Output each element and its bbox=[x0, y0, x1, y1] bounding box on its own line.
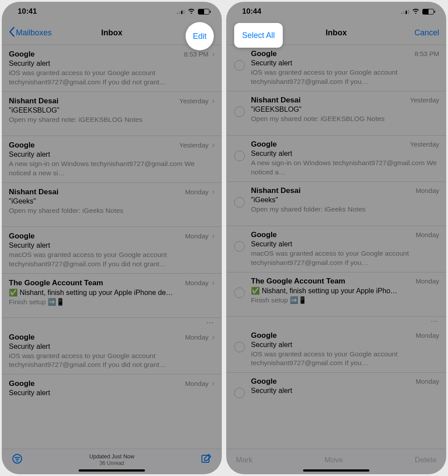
email-row[interactable]: GoogleMonday›Security alertmacOS was gra… bbox=[2, 227, 222, 274]
email-subject: Security alert bbox=[251, 341, 439, 349]
select-checkbox[interactable] bbox=[234, 106, 245, 117]
email-time: 8:53 PM bbox=[414, 50, 439, 57]
email-time: Monday bbox=[416, 187, 439, 194]
move-button[interactable]: Move bbox=[325, 456, 343, 465]
email-time: Yesterday bbox=[179, 97, 209, 105]
email-preview: macOS was granted access to your Google … bbox=[251, 249, 439, 268]
home-indicator[interactable] bbox=[303, 469, 369, 472]
email-preview: A new sign-in on Windows techynishant972… bbox=[251, 159, 439, 177]
select-checkbox[interactable] bbox=[234, 287, 245, 298]
email-row[interactable]: GoogleMondaySecurity alert bbox=[226, 373, 446, 417]
email-sender: Google bbox=[251, 331, 412, 340]
email-time: Monday bbox=[416, 277, 439, 285]
email-sender: Google bbox=[251, 49, 411, 58]
email-row[interactable]: GoogleMondaySecurity alertiOS was grante… bbox=[226, 327, 446, 373]
more-actions-icon[interactable]: … bbox=[226, 315, 446, 327]
chevron-right-icon: › bbox=[212, 231, 215, 241]
email-sender: Google bbox=[9, 50, 180, 59]
email-subject: Security alert bbox=[251, 387, 439, 395]
email-sender: Nishant Desai bbox=[251, 96, 406, 105]
email-preview: iOS was granted access to your Google ac… bbox=[251, 68, 439, 87]
email-row[interactable]: GoogleYesterdaySecurity alertA new sign-… bbox=[226, 136, 446, 182]
email-subject: "iGEEKSBLOG" bbox=[9, 106, 215, 114]
select-checkbox[interactable] bbox=[234, 342, 245, 352]
signal-icon bbox=[177, 9, 185, 14]
email-preview: Open my shared folder: iGeeks Notes bbox=[9, 206, 215, 215]
email-time: Yesterday bbox=[410, 140, 439, 148]
email-preview: iOS was granted access to your Google ac… bbox=[9, 351, 215, 370]
email-subject: "iGEEKSBLOG" bbox=[251, 106, 439, 113]
clock: 10:41 bbox=[18, 7, 37, 16]
email-list-edit[interactable]: Google8:53 PMSecurity alertiOS was grant… bbox=[226, 45, 446, 449]
email-sender: The Google Account Team bbox=[9, 279, 182, 287]
email-row[interactable]: The Google Account TeamMonday›✅ Nishant,… bbox=[2, 274, 222, 318]
email-preview: A new sign-in on Windows techynishant972… bbox=[9, 159, 215, 178]
home-indicator[interactable] bbox=[79, 469, 145, 472]
select-all-button[interactable]: Select All bbox=[234, 23, 283, 48]
delete-button[interactable]: Delete bbox=[415, 456, 437, 465]
chevron-right-icon: › bbox=[212, 379, 215, 388]
select-checkbox[interactable] bbox=[234, 197, 245, 208]
email-sender: Google bbox=[9, 232, 182, 241]
email-list[interactable]: Google8:53 PM›Security alertiOS was gran… bbox=[2, 45, 222, 449]
email-subject: Security alert bbox=[251, 59, 439, 67]
email-preview: macOS was granted access to your Google … bbox=[9, 250, 215, 269]
email-subject: ✅ Nishant, finish setting up your Apple … bbox=[9, 288, 215, 297]
email-sender: Google bbox=[251, 140, 406, 149]
toolbar-status: Updated Just Now 36 Unread bbox=[2, 453, 222, 466]
chevron-right-icon: › bbox=[212, 96, 215, 106]
signal-icon bbox=[401, 9, 409, 14]
email-subject: "iGeeks" bbox=[9, 197, 215, 205]
email-subject: ✅ Nishant, finish setting up your Apple … bbox=[251, 287, 439, 295]
email-preview: Finish setup ➡️📱 bbox=[9, 298, 215, 307]
email-subject: Security alert bbox=[9, 242, 215, 249]
wifi-icon bbox=[412, 7, 420, 16]
email-row[interactable]: Google8:53 PM›Security alertiOS was gran… bbox=[2, 45, 222, 92]
edit-button[interactable]: Edit bbox=[186, 22, 214, 50]
battery-icon bbox=[198, 9, 209, 15]
email-row[interactable]: GoogleMonday›Security alert bbox=[2, 374, 222, 419]
email-time: Monday bbox=[185, 279, 209, 287]
email-sender: Nishant Desai bbox=[9, 188, 182, 196]
mark-button[interactable]: Mark bbox=[236, 456, 253, 465]
email-row[interactable]: Nishant DesaiMonday›"iGeeks"Open my shar… bbox=[2, 183, 222, 227]
select-checkbox[interactable] bbox=[234, 388, 245, 398]
select-checkbox[interactable] bbox=[234, 60, 245, 71]
email-sender: Google bbox=[9, 333, 182, 342]
back-label: Mailboxes bbox=[16, 28, 52, 38]
battery-icon bbox=[422, 9, 434, 15]
status-icons bbox=[177, 7, 209, 16]
email-time: Monday bbox=[416, 378, 439, 385]
email-preview: iOS was granted access to your Google ac… bbox=[9, 68, 215, 87]
screenshot-before-edit: 10:41 Mailboxes Inbox Edit Google8:53 PM… bbox=[2, 2, 222, 474]
email-row[interactable]: The Google Account TeamMonday✅ Nishant, … bbox=[226, 272, 446, 317]
email-row[interactable]: Nishant DesaiYesterday"iGEEKSBLOG"Open m… bbox=[226, 91, 446, 136]
email-subject: Security alert bbox=[9, 60, 215, 68]
select-checkbox[interactable] bbox=[234, 241, 245, 252]
wifi-icon bbox=[187, 7, 195, 16]
email-sender: Nishant Desai bbox=[251, 186, 412, 195]
email-preview: Open my shared folder: iGeeks Notes bbox=[251, 205, 439, 214]
back-button[interactable]: Mailboxes bbox=[9, 27, 53, 39]
screenshot-edit-mode: 10:44 Select All Inbox Cancel Google8:53… bbox=[226, 2, 446, 474]
email-subject: Security alert bbox=[9, 343, 215, 351]
email-preview: iOS was granted access to your Google ac… bbox=[251, 350, 439, 368]
email-time: 8:53 PM bbox=[184, 50, 209, 58]
cancel-button[interactable]: Cancel bbox=[395, 28, 439, 38]
email-row[interactable]: GoogleMonday›Security alertiOS was grant… bbox=[2, 328, 222, 375]
email-time: Monday bbox=[185, 188, 209, 196]
select-checkbox[interactable] bbox=[234, 151, 245, 161]
email-sender: Google bbox=[251, 377, 412, 386]
status-bar: 10:41 bbox=[2, 2, 222, 21]
email-row[interactable]: GoogleYesterday›Security alertA new sign… bbox=[2, 136, 222, 183]
email-row[interactable]: Google8:53 PMSecurity alertiOS was grant… bbox=[226, 45, 446, 91]
email-time: Yesterday bbox=[410, 96, 439, 104]
email-subject: Security alert bbox=[251, 150, 439, 158]
more-actions-icon[interactable]: … bbox=[2, 316, 222, 328]
email-row[interactable]: GoogleMondaySecurity alertmacOS was gran… bbox=[226, 226, 446, 272]
email-preview: Finish setup ➡️📱 bbox=[251, 296, 439, 305]
email-row[interactable]: Nishant DesaiYesterday›"iGEEKSBLOG"Open … bbox=[2, 92, 222, 136]
email-subject: Security alert bbox=[251, 240, 439, 248]
email-row[interactable]: Nishant DesaiMonday"iGeeks"Open my share… bbox=[226, 182, 446, 226]
status-icons bbox=[401, 7, 434, 16]
